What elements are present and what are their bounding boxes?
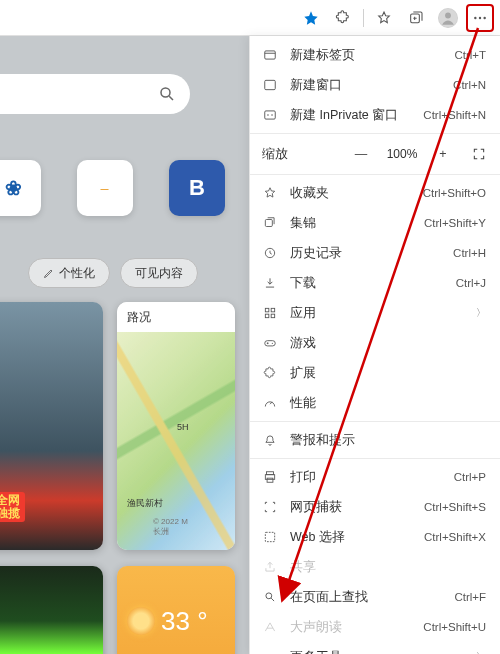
collections-icon[interactable] [402,4,430,32]
read-aloud-icon [262,619,278,635]
capture-icon [262,499,278,515]
menu-web-select[interactable]: Web 选择Ctrl+Shift+X [250,522,500,552]
svg-point-5 [483,16,485,18]
svg-rect-7 [265,51,276,59]
menu-apps[interactable]: 应用〉 [250,298,500,328]
svg-rect-14 [265,314,269,318]
search-box[interactable] [0,74,190,114]
svg-point-4 [479,16,481,18]
print-icon [262,469,278,485]
menu-history[interactable]: 历史记录Ctrl+H [250,238,500,268]
map-body: 5H 渔民新村 © 2022 M 长洲 [117,332,235,550]
download-icon [262,275,278,291]
menu-find-on-page[interactable]: 在页面上查找Ctrl+F [250,582,500,612]
more-tools-icon [262,649,278,654]
svg-rect-18 [267,472,274,475]
new-window-icon [262,77,278,93]
page-background: ❀ — B 个性化 可见内容 全网 独揽 路况 5H 渔民新村 © 2022 M… [0,36,249,654]
chevron-right-icon: 〉 [476,650,486,654]
svg-rect-13 [271,308,275,312]
chip-visible-content[interactable]: 可见内容 [120,258,198,288]
svg-point-3 [474,16,476,18]
svg-rect-15 [271,314,275,318]
menu-print[interactable]: 打印Ctrl+P [250,462,500,492]
svg-rect-10 [265,220,272,227]
svg-rect-9 [265,111,276,119]
favorites-icon [262,185,278,201]
svg-point-22 [266,593,272,599]
media-badge: 全网 独揽 [0,492,25,522]
tile-2[interactable]: — [77,160,133,216]
menu-performance[interactable]: 性能 [250,388,500,418]
svg-point-6 [161,88,170,97]
weather-temperature: 33 ° [161,606,208,637]
media-card[interactable]: 全网 独揽 [0,302,103,550]
map-card-title: 路况 [117,302,235,332]
alert-icon [262,432,278,448]
games-icon [262,335,278,351]
weather-card[interactable]: 33 ° [117,566,235,654]
tile-1[interactable]: ❀ [0,160,41,216]
svg-point-17 [272,343,273,344]
extensions-icon[interactable] [329,4,357,32]
chips: 个性化 可见内容 [28,258,198,288]
favorites-button-icon[interactable] [370,4,398,32]
inprivate-icon [262,107,278,123]
menu-more-tools[interactable]: 更多工具〉 [250,642,500,654]
menu-new-inprivate[interactable]: 新建 InPrivate 窗口Ctrl+Shift+N [250,100,500,130]
apps-icon [262,305,278,321]
zoom-out-button[interactable]: — [346,141,376,167]
search-icon [158,85,176,103]
svg-rect-21 [265,532,274,541]
menu-new-tab[interactable]: 新建标签页Ctrl+T [250,40,500,70]
zoom-label: 缩放 [262,146,306,163]
menu-games[interactable]: 游戏 [250,328,500,358]
menu-favorites[interactable]: 收藏夹Ctrl+Shift+O [250,178,500,208]
more-menu-button[interactable] [466,4,494,32]
menu-new-window[interactable]: 新建窗口Ctrl+N [250,70,500,100]
performance-icon [262,395,278,411]
browser-toolbar [0,0,500,36]
map-card[interactable]: 路况 5H 渔民新村 © 2022 M 长洲 [117,302,235,550]
favorite-star-icon[interactable] [297,4,325,32]
history-icon [262,245,278,261]
fullscreen-button[interactable] [464,141,494,167]
zoom-value: 100% [382,147,422,161]
zoom-in-button[interactable]: + [428,141,458,167]
svg-rect-8 [265,80,276,89]
menu-alerts[interactable]: 警报和提示 [250,425,500,455]
svg-rect-16 [265,341,276,346]
collections-menu-icon [262,215,278,231]
menu-share: 共享 [250,552,500,582]
svg-rect-12 [265,308,269,312]
menu-web-capture[interactable]: 网页捕获Ctrl+Shift+S [250,492,500,522]
new-tab-icon [262,47,278,63]
game-card[interactable] [0,566,103,654]
settings-menu: 新建标签页Ctrl+T 新建窗口Ctrl+N 新建 InPrivate 窗口Ct… [249,36,500,654]
sun-icon [127,607,155,635]
find-icon [262,589,278,605]
extensions-menu-icon [262,365,278,381]
chip-personalize[interactable]: 个性化 [28,258,110,288]
menu-collections[interactable]: 集锦Ctrl+Shift+Y [250,208,500,238]
share-icon [262,559,278,575]
menu-extensions[interactable]: 扩展 [250,358,500,388]
svg-point-2 [445,12,451,18]
menu-zoom-row: 缩放 — 100% + [250,137,500,171]
web-select-icon [262,529,278,545]
menu-read-aloud: 大声朗读Ctrl+Shift+U [250,612,500,642]
tile-3[interactable]: B [169,160,225,216]
pencil-icon [43,267,55,279]
profile-avatar-icon[interactable] [434,4,462,32]
chevron-right-icon: 〉 [476,306,486,320]
menu-downloads[interactable]: 下载Ctrl+J [250,268,500,298]
svg-rect-20 [267,478,273,482]
quick-tiles: ❀ — B [0,160,225,216]
